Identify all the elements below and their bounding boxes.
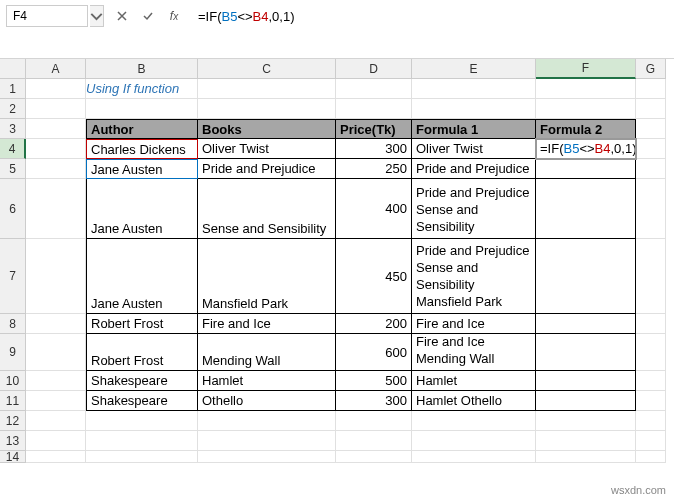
formula-input[interactable]: =IF(B5<>B4,0,1) [192,5,674,27]
cell-B1[interactable]: Using If function [86,79,198,99]
cell-G8[interactable] [636,314,666,334]
cell-F9[interactable] [536,334,636,371]
cell-C8[interactable]: Fire and Ice [198,314,336,334]
cell-G10[interactable] [636,371,666,391]
cell-F6[interactable] [536,179,636,239]
cell-D6[interactable]: 400 [336,179,412,239]
cell-D10[interactable]: 500 [336,371,412,391]
cell-B13[interactable] [86,431,198,451]
cell-G13[interactable] [636,431,666,451]
cell-E11[interactable]: Hamlet Othello [412,391,536,411]
cell-F8[interactable] [536,314,636,334]
row-header-11[interactable]: 11 [0,391,26,411]
cell-A10[interactable] [26,371,86,391]
cell-F12[interactable] [536,411,636,431]
cell-D2[interactable] [336,99,412,119]
cell-C12[interactable] [198,411,336,431]
row-header-9[interactable]: 9 [0,334,26,371]
accept-formula-button[interactable] [136,5,160,27]
cell-F13[interactable] [536,431,636,451]
cell-C1[interactable] [198,79,336,99]
cancel-formula-button[interactable] [110,5,134,27]
cell-C4[interactable]: Oliver Twist [198,139,336,159]
cell-D9[interactable]: 600 [336,334,412,371]
cell-A1[interactable] [26,79,86,99]
cell-B3[interactable]: Author [86,119,198,139]
cell-F2[interactable] [536,99,636,119]
cell-G5[interactable] [636,159,666,179]
cell-C2[interactable] [198,99,336,119]
cell-F1[interactable] [536,79,636,99]
cell-C10[interactable]: Hamlet [198,371,336,391]
cell-G4[interactable] [636,139,666,159]
col-header-G[interactable]: G [636,59,666,79]
cell-D8[interactable]: 200 [336,314,412,334]
cell-B9[interactable]: Robert Frost [86,334,198,371]
cell-E7[interactable]: Pride and Prejudice Sense and Sensibilit… [412,239,536,314]
cell-G3[interactable] [636,119,666,139]
select-all-corner[interactable] [0,59,26,79]
row-header-12[interactable]: 12 [0,411,26,431]
cell-D14[interactable] [336,451,412,463]
cell-A5[interactable] [26,159,86,179]
cell-A8[interactable] [26,314,86,334]
cell-A3[interactable] [26,119,86,139]
name-box[interactable]: F4 [6,5,88,27]
row-header-10[interactable]: 10 [0,371,26,391]
col-header-F[interactable]: F [536,59,636,79]
col-header-A[interactable]: A [26,59,86,79]
cell-F7[interactable] [536,239,636,314]
cell-E5[interactable]: Pride and Prejudice [412,159,536,179]
cell-B12[interactable] [86,411,198,431]
cell-B11[interactable]: Shakespeare [86,391,198,411]
cell-A4[interactable] [26,139,86,159]
cell-G12[interactable] [636,411,666,431]
col-header-E[interactable]: E [412,59,536,79]
cell-B5[interactable]: Jane Austen [86,159,198,179]
cell-E14[interactable] [412,451,536,463]
cell-F4[interactable]: =IF(B5<>B4,0,1) [536,139,636,159]
row-header-1[interactable]: 1 [0,79,26,99]
cell-A9[interactable] [26,334,86,371]
cell-E4[interactable]: Oliver Twist [412,139,536,159]
cell-C13[interactable] [198,431,336,451]
fx-button[interactable]: fx [162,5,186,27]
cell-D3[interactable]: Price(Tk) [336,119,412,139]
cell-G2[interactable] [636,99,666,119]
cell-D1[interactable] [336,79,412,99]
cell-F5[interactable] [536,159,636,179]
cell-A11[interactable] [26,391,86,411]
cell-D4[interactable]: 300 [336,139,412,159]
row-header-3[interactable]: 3 [0,119,26,139]
cell-A2[interactable] [26,99,86,119]
cell-E2[interactable] [412,99,536,119]
cell-C6[interactable]: Sense and Sensibility [198,179,336,239]
cell-E8[interactable]: Fire and Ice [412,314,536,334]
cell-F3[interactable]: Formula 2 [536,119,636,139]
cell-C14[interactable] [198,451,336,463]
cell-F14[interactable] [536,451,636,463]
cell-B8[interactable]: Robert Frost [86,314,198,334]
cell-B4[interactable]: Charles Dickens [86,139,198,159]
cell-G7[interactable] [636,239,666,314]
cell-G1[interactable] [636,79,666,99]
cell-B6[interactable]: Jane Austen [86,179,198,239]
cell-A12[interactable] [26,411,86,431]
cell-C7[interactable]: Mansfield Park [198,239,336,314]
cell-D5[interactable]: 250 [336,159,412,179]
cell-E13[interactable] [412,431,536,451]
cell-B7[interactable]: Jane Austen [86,239,198,314]
cell-D7[interactable]: 450 [336,239,412,314]
cell-E6[interactable]: Pride and Prejudice Sense and Sensibilit… [412,179,536,239]
cell-D12[interactable] [336,411,412,431]
cell-F11[interactable] [536,391,636,411]
cell-G11[interactable] [636,391,666,411]
col-header-C[interactable]: C [198,59,336,79]
cell-D11[interactable]: 300 [336,391,412,411]
cell-A7[interactable] [26,239,86,314]
cell-D13[interactable] [336,431,412,451]
row-header-5[interactable]: 5 [0,159,26,179]
cell-A6[interactable] [26,179,86,239]
cell-E1[interactable] [412,79,536,99]
cell-G14[interactable] [636,451,666,463]
